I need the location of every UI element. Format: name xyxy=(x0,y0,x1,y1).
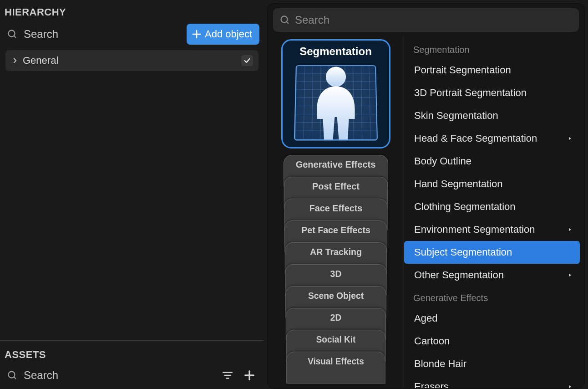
category-card-stack-label: Generative Effects xyxy=(296,159,376,170)
hierarchy-tree-item-label: General xyxy=(23,55,241,67)
object-list-item-label: Other Segmentation xyxy=(414,269,564,281)
object-list-item[interactable]: Blonde Hair xyxy=(404,353,580,375)
svg-line-1 xyxy=(14,36,16,38)
category-card-title: Segmentation xyxy=(299,45,372,58)
list-section-header: Generative Effects xyxy=(404,287,583,307)
category-card-stack-label: Scene Object xyxy=(308,291,363,301)
svg-marker-17 xyxy=(569,385,571,389)
svg-point-4 xyxy=(9,372,15,378)
object-list-item[interactable]: Environment Segmentation xyxy=(404,218,580,241)
segmentation-illustration xyxy=(295,61,377,140)
hierarchy-tree-item-general[interactable]: General xyxy=(5,50,259,71)
object-list-item-label: Cartoon xyxy=(414,335,573,347)
assets-search-input[interactable] xyxy=(24,369,214,382)
svg-line-12 xyxy=(287,22,289,24)
category-card-stack-item[interactable]: Visual Effects xyxy=(286,352,385,384)
category-card-stack-label: AR Tracking xyxy=(310,247,362,257)
submenu-arrow-icon xyxy=(567,227,573,232)
category-card-stack-label: Post Effect xyxy=(312,181,360,192)
object-list-item[interactable]: Other Segmentation xyxy=(404,264,580,287)
object-list-item[interactable]: Subject Segmentation xyxy=(404,241,580,264)
svg-marker-16 xyxy=(569,274,571,277)
category-card-stack-label: Visual Effects xyxy=(308,356,364,367)
object-list-item[interactable]: Clothing Segmentation xyxy=(404,195,580,218)
submenu-arrow-icon xyxy=(567,272,573,278)
svg-marker-14 xyxy=(569,137,571,140)
object-list-item-label: Skin Segmentation xyxy=(414,110,573,122)
object-list-item[interactable]: Portrait Segmentation xyxy=(404,59,580,82)
object-list-item[interactable]: Body Outline xyxy=(404,150,580,173)
object-list-item-label: Erasers xyxy=(414,381,564,388)
object-list-item-label: Body Outline xyxy=(414,155,573,167)
category-card-stack-label: 2D xyxy=(330,312,341,323)
svg-point-11 xyxy=(281,16,288,23)
category-card-stack: Generative EffectsPost EffectFace Effect… xyxy=(284,155,388,374)
search-icon xyxy=(6,369,18,381)
object-list-item[interactable]: Hand Segmentation xyxy=(404,173,580,195)
search-icon xyxy=(6,28,18,40)
svg-point-13 xyxy=(325,67,345,87)
category-card-stack-label: Face Effects xyxy=(309,203,362,214)
add-object-popover: Segmentation Generative EffectsPost xyxy=(268,4,584,388)
search-icon xyxy=(279,15,290,26)
object-list-item[interactable]: 3D Portrait Segmentation xyxy=(404,82,580,104)
category-card-column: Segmentation Generative EffectsPost xyxy=(268,36,404,388)
submenu-arrow-icon xyxy=(567,384,573,388)
popover-search-input[interactable] xyxy=(295,14,573,26)
object-list-item[interactable]: Cartoon xyxy=(404,330,580,353)
popover-search-field[interactable] xyxy=(273,8,579,32)
object-list-item-label: 3D Portrait Segmentation xyxy=(414,87,573,99)
chevron-right-icon[interactable] xyxy=(11,56,19,65)
object-list-item-label: Environment Segmentation xyxy=(414,224,564,235)
svg-marker-15 xyxy=(569,228,571,231)
object-list-item-label: Subject Segmentation xyxy=(414,246,573,258)
filter-icon[interactable] xyxy=(219,367,236,384)
object-list-item-label: Clothing Segmentation xyxy=(414,201,573,213)
hierarchy-panel: HIERARCHY Add object General xyxy=(0,0,264,389)
object-list-item[interactable]: Skin Segmentation xyxy=(404,104,580,127)
svg-point-0 xyxy=(9,31,15,37)
category-card-stack-label: Pet Face Effects xyxy=(301,225,370,235)
add-asset-icon[interactable] xyxy=(241,367,258,384)
svg-line-5 xyxy=(14,377,16,379)
add-object-label: Add object xyxy=(205,28,252,40)
hierarchy-title: HIERARCHY xyxy=(4,5,260,22)
plus-icon xyxy=(191,29,202,40)
category-card-stack-label: Social Kit xyxy=(316,334,355,345)
object-list-item-label: Head & Face Segmentation xyxy=(414,133,564,144)
category-card-stack-label: 3D xyxy=(330,269,341,279)
object-list-item[interactable]: Head & Face Segmentation xyxy=(404,127,580,150)
object-list-item-label: Hand Segmentation xyxy=(414,178,573,190)
object-list-item-label: Blonde Hair xyxy=(414,358,573,370)
assets-toolbar xyxy=(4,365,260,389)
visibility-checkbox[interactable] xyxy=(241,55,253,66)
category-card-segmentation[interactable]: Segmentation xyxy=(281,39,390,148)
object-list-item-label: Portrait Segmentation xyxy=(414,64,573,76)
assets-title: ASSETS xyxy=(4,341,260,365)
hierarchy-search-input[interactable] xyxy=(24,28,181,41)
object-list-item-label: Aged xyxy=(414,312,573,324)
object-list-item[interactable]: Aged xyxy=(404,307,580,330)
hierarchy-toolbar: Add object xyxy=(4,22,260,50)
object-list-column[interactable]: SegmentationPortrait Segmentation3D Port… xyxy=(404,36,584,388)
add-object-button[interactable]: Add object xyxy=(187,24,259,45)
list-section-header: Segmentation xyxy=(404,38,583,59)
object-list-item[interactable]: Erasers xyxy=(404,375,580,388)
submenu-arrow-icon xyxy=(567,136,573,141)
